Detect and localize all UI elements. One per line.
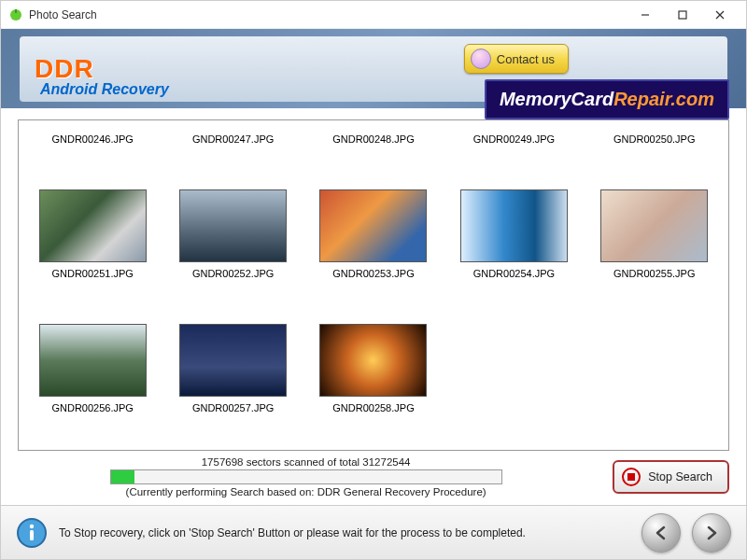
progress-status: 1757698 sectors scanned of total 3127254… xyxy=(202,456,411,468)
footer: To Stop recovery, click on 'Stop Search'… xyxy=(1,505,746,559)
titlebar: Photo Search xyxy=(1,1,746,29)
stop-label: Stop Search xyxy=(648,470,712,483)
info-icon xyxy=(16,517,48,549)
stop-search-button[interactable]: Stop Search xyxy=(613,460,729,494)
svg-rect-7 xyxy=(627,473,635,481)
arrow-right-icon xyxy=(703,525,720,541)
thumbnail-image xyxy=(39,324,147,397)
back-button[interactable] xyxy=(641,513,681,553)
progress-fill xyxy=(111,470,134,483)
list-item[interactable]: GNDR00253.JPG xyxy=(307,148,440,279)
list-item[interactable]: GNDR00257.JPG xyxy=(166,283,299,413)
list-item[interactable]: GNDR00255.JPG xyxy=(588,148,721,279)
contact-avatar-icon xyxy=(471,49,491,69)
file-name: GNDR00246.JPG xyxy=(51,133,133,145)
promo-suffix: Repair.com xyxy=(613,89,714,109)
thumbnail-image xyxy=(460,189,568,262)
file-name: GNDR00257.JPG xyxy=(192,402,274,413)
promo-prefix: MemoryCard xyxy=(500,89,613,109)
list-item[interactable]: GNDR00254.JPG xyxy=(447,148,580,279)
minimize-button[interactable] xyxy=(627,2,664,28)
list-item[interactable]: GNDR00250.JPG xyxy=(588,124,721,145)
svg-rect-10 xyxy=(30,530,34,540)
list-item[interactable]: GNDR00248.JPG xyxy=(307,124,440,145)
svg-point-9 xyxy=(30,524,34,527)
list-item[interactable]: GNDR00252.JPG xyxy=(166,148,299,279)
list-item[interactable]: GNDR00246.JPG xyxy=(26,124,159,145)
file-name: GNDR00254.JPG xyxy=(473,268,555,279)
file-name: GNDR00258.JPG xyxy=(332,402,414,413)
arrow-left-icon xyxy=(653,525,669,541)
file-name: GNDR00251.JPG xyxy=(51,268,133,279)
thumbnail-image xyxy=(179,324,287,397)
thumbnail-list[interactable]: GNDR00246.JPG GNDR00247.JPG GNDR00248.JP… xyxy=(18,119,729,451)
list-item[interactable]: GNDR00258.JPG xyxy=(307,283,440,413)
promo-badge[interactable]: MemoryCardRepair.com xyxy=(485,79,729,119)
app-window: Photo Search DDR Android Recovery Contac… xyxy=(0,0,747,560)
header-banner: DDR Android Recovery Contact us MemoryCa… xyxy=(1,29,746,108)
file-name: GNDR00248.JPG xyxy=(332,133,414,145)
maximize-button[interactable] xyxy=(664,2,701,28)
thumbnail-image xyxy=(600,189,708,262)
file-name: GNDR00247.JPG xyxy=(192,133,274,145)
progress-subtext: (Currently performing Search based on: D… xyxy=(126,486,486,497)
stop-icon xyxy=(622,468,641,486)
close-button[interactable] xyxy=(701,2,739,28)
brand-logo: DDR xyxy=(35,54,94,84)
file-name: GNDR00256.JPG xyxy=(51,402,133,413)
svg-rect-3 xyxy=(679,11,686,19)
list-item[interactable]: GNDR00247.JPG xyxy=(166,124,299,145)
file-name: GNDR00252.JPG xyxy=(192,268,274,279)
product-name: Android Recovery xyxy=(40,81,169,98)
svg-rect-1 xyxy=(15,9,17,13)
file-name: GNDR00250.JPG xyxy=(613,133,695,145)
list-item[interactable]: GNDR00249.JPG xyxy=(447,124,580,145)
file-name: GNDR00253.JPG xyxy=(332,268,414,279)
list-item[interactable]: GNDR00251.JPG xyxy=(26,148,159,279)
content-area: GNDR00246.JPG GNDR00247.JPG GNDR00248.JP… xyxy=(1,108,746,499)
app-icon xyxy=(8,7,23,22)
window-title: Photo Search xyxy=(29,8,627,21)
progress-bar xyxy=(110,469,502,484)
thumbnail-image xyxy=(319,324,427,397)
footer-hint: To Stop recovery, click on 'Stop Search'… xyxy=(59,526,630,539)
file-name: GNDR00249.JPG xyxy=(473,133,555,145)
file-name: GNDR00255.JPG xyxy=(613,268,695,279)
progress-row: 1757698 sectors scanned of total 3127254… xyxy=(18,451,729,499)
contact-label: Contact us xyxy=(497,52,555,66)
thumbnail-image xyxy=(39,189,147,262)
thumbnail-image xyxy=(179,189,287,262)
contact-us-button[interactable]: Contact us xyxy=(464,44,569,74)
thumbnail-image xyxy=(319,189,427,262)
list-item[interactable]: GNDR00256.JPG xyxy=(26,283,159,413)
next-button[interactable] xyxy=(692,513,731,553)
